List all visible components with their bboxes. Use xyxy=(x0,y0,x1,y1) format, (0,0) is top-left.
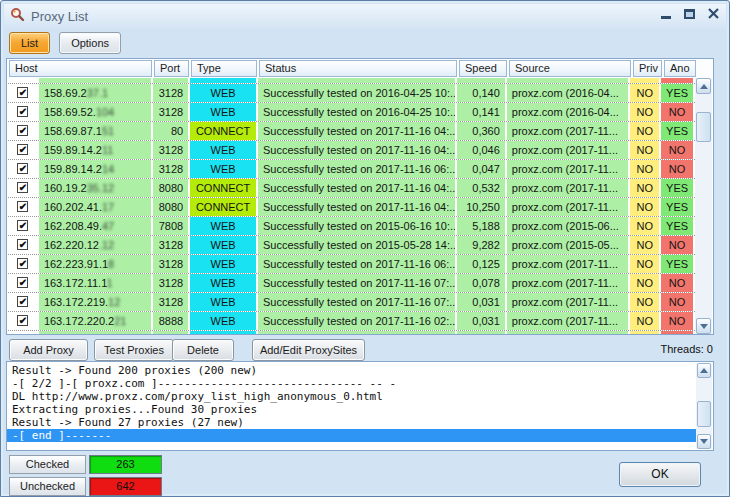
cell-checkbox[interactable]: ✔ xyxy=(9,141,37,159)
row-checkbox[interactable]: ✔ xyxy=(17,239,28,250)
row-checkbox[interactable]: ✔ xyxy=(17,201,28,212)
unchecked-button[interactable]: Unchecked xyxy=(9,477,86,496)
cell-checkbox[interactable]: ✔ xyxy=(9,236,37,254)
test-proxies-button[interactable]: Test Proxies xyxy=(94,339,174,361)
log-scrollbar-thumb[interactable] xyxy=(697,401,711,427)
table-row[interactable]: ✔163.172.219.123128WEBSuccessfully teste… xyxy=(8,293,695,312)
cell-ano: NO xyxy=(661,141,693,159)
table-scrollbar-thumb[interactable] xyxy=(696,112,711,142)
cell-port: 8080 xyxy=(153,179,188,197)
table-row[interactable]: ✔160.202.41.178080CONNECTSuccessfully te… xyxy=(8,198,695,217)
cell-host: 159.89.14.214 xyxy=(39,160,152,178)
delete-button[interactable]: Delete xyxy=(172,339,234,361)
titlebar[interactable]: Proxy List xyxy=(4,4,726,29)
row-checkbox[interactable]: ✔ xyxy=(17,296,28,307)
row-checkbox[interactable]: ✔ xyxy=(17,144,28,155)
tab-options[interactable]: Options xyxy=(59,32,121,54)
cell-status: Successfully tested on 2016-04-25 10:... xyxy=(258,84,455,102)
cell-source: proxz.com (2017-11... xyxy=(507,198,628,216)
maximize-icon[interactable] xyxy=(684,9,695,19)
cell-checkbox[interactable]: ✔ xyxy=(9,312,37,330)
table-row[interactable]: ✔158.69.237.13128WEBSuccessfully tested … xyxy=(8,84,695,103)
table-row[interactable]: ✔158.69.52.1043128WEBSuccessfully tested… xyxy=(8,103,695,122)
column-header-port[interactable]: Port xyxy=(154,60,189,77)
cell-priv: NO xyxy=(630,255,659,273)
row-checkbox[interactable]: ✔ xyxy=(17,163,28,174)
cell-checkbox[interactable]: ✔ xyxy=(9,255,37,273)
scroll-down-icon[interactable] xyxy=(696,318,711,334)
row-checkbox[interactable]: ✔ xyxy=(17,258,28,269)
column-header-speed[interactable]: Speed xyxy=(459,60,507,77)
row-checkbox[interactable]: ✔ xyxy=(17,220,28,231)
cell-status: Successfully tested on 2016-04-25 10:... xyxy=(258,103,455,121)
table-row[interactable]: ✔160.19.235.128080CONNECTSuccessfully te… xyxy=(8,179,695,198)
log-line[interactable]: Extracting proxies...Found 30 proxies xyxy=(7,403,696,416)
table-row[interactable]: ✔162.220.12.123128WEBSuccessfully tested… xyxy=(8,236,695,255)
cell-source: proxz.com (2017-11... xyxy=(507,293,628,311)
row-checkbox[interactable]: ✔ xyxy=(17,277,28,288)
table-body: ✔158.69.237.13128WEBSuccessfully tested … xyxy=(8,78,695,334)
add-proxy-button[interactable]: Add Proxy xyxy=(9,339,88,361)
column-header-host[interactable]: Host xyxy=(9,60,152,77)
table-row[interactable]: ✔162.223.91.183128WEBSuccessfully tested… xyxy=(8,255,695,274)
checked-button[interactable]: Checked xyxy=(9,455,86,474)
table-row[interactable]: ✔162.208.49.477808WEBSuccessfully tested… xyxy=(8,217,695,236)
cell-status: Successfully tested on 2015-06-16 10:... xyxy=(258,217,455,235)
log-line[interactable]: Result -> Found 200 proxies (200 new) xyxy=(7,364,696,377)
row-checkbox[interactable]: ✔ xyxy=(17,315,28,326)
log-scroll-up-icon[interactable] xyxy=(697,363,711,378)
table-row[interactable]: ✔163.172.220.2218888WEBSuccessfully test… xyxy=(8,312,695,331)
cell-host: 163.172.11.11 xyxy=(39,274,152,292)
row-checkbox[interactable]: ✔ xyxy=(17,125,28,136)
log-line[interactable]: Result -> Found 27 proxies (27 new) xyxy=(7,416,696,429)
cell-source: proxz.com (2017-11... xyxy=(507,160,628,178)
ok-button[interactable]: OK xyxy=(619,462,701,487)
row-checkbox[interactable]: ✔ xyxy=(17,182,28,193)
window-title: Proxy List xyxy=(31,9,88,24)
cell-checkbox[interactable]: ✔ xyxy=(9,122,37,140)
cell-host: 163.172.220.221 xyxy=(39,312,152,330)
log-scroll-down-icon[interactable] xyxy=(697,434,711,449)
proxy-table: HostPortTypeStatusSpeedSourcePrivAno ✔15… xyxy=(6,58,714,335)
cell-checkbox[interactable]: ✔ xyxy=(9,293,37,311)
cell-ano: YES xyxy=(661,122,693,140)
cell-speed: 0,031 xyxy=(457,293,505,311)
cell-checkbox[interactable]: ✔ xyxy=(9,179,37,197)
cell-source: proxz.com (2017-11... xyxy=(507,255,628,273)
table-row[interactable]: ✔158.69.87.15180CONNECTSuccessfully test… xyxy=(8,122,695,141)
cell-priv: NO xyxy=(630,198,659,216)
log-line[interactable]: DL http://www.proxz.com/proxy_list_high_… xyxy=(7,390,696,403)
column-header-type[interactable]: Type xyxy=(191,60,257,77)
row-checkbox[interactable]: ✔ xyxy=(17,87,28,98)
cell-host: 162.223.91.18 xyxy=(39,255,152,273)
cell-checkbox[interactable]: ✔ xyxy=(9,274,37,292)
tab-list[interactable]: List xyxy=(9,32,50,54)
log-console[interactable]: Result -> Found 200 proxies (200 new)-[ … xyxy=(6,361,714,451)
cell-speed: 0,141 xyxy=(457,103,505,121)
log-line[interactable]: -[ 2/2 ]-[ proxz.com ]------------------… xyxy=(7,377,696,390)
cell-speed: 0,031 xyxy=(457,312,505,330)
table-row[interactable]: ✔163.172.11.113128WEBSuccessfully tested… xyxy=(8,274,695,293)
column-header-ano[interactable]: Ano xyxy=(664,60,696,77)
close-icon[interactable] xyxy=(708,8,719,19)
log-scrollbar[interactable] xyxy=(696,363,712,449)
cell-checkbox[interactable]: ✔ xyxy=(9,217,37,235)
scroll-up-icon[interactable] xyxy=(696,78,711,94)
table-row[interactable]: ✔159.89.14.2113128WEBSuccessfully tested… xyxy=(8,141,695,160)
row-checkbox[interactable]: ✔ xyxy=(17,106,28,117)
table-row[interactable]: ✔159.89.14.2143128WEBSuccessfully tested… xyxy=(8,160,695,179)
cell-checkbox[interactable]: ✔ xyxy=(9,103,37,121)
minimize-icon[interactable] xyxy=(661,16,671,19)
unchecked-count: 642 xyxy=(89,477,162,496)
column-header-status[interactable]: Status xyxy=(259,60,457,77)
cell-checkbox[interactable]: ✔ xyxy=(9,198,37,216)
column-header-priv[interactable]: Priv xyxy=(633,60,662,77)
cell-speed: 0,046 xyxy=(457,141,505,159)
cell-checkbox[interactable]: ✔ xyxy=(9,84,37,102)
log-line-selected[interactable]: -[ end ]------- xyxy=(7,429,696,442)
cell-ano: NO xyxy=(661,312,693,330)
table-scrollbar[interactable] xyxy=(695,78,712,334)
column-header-source[interactable]: Source xyxy=(509,60,631,77)
add-edit-proxysites-button[interactable]: Add/Edit ProxySites xyxy=(252,339,365,361)
cell-checkbox[interactable]: ✔ xyxy=(9,160,37,178)
